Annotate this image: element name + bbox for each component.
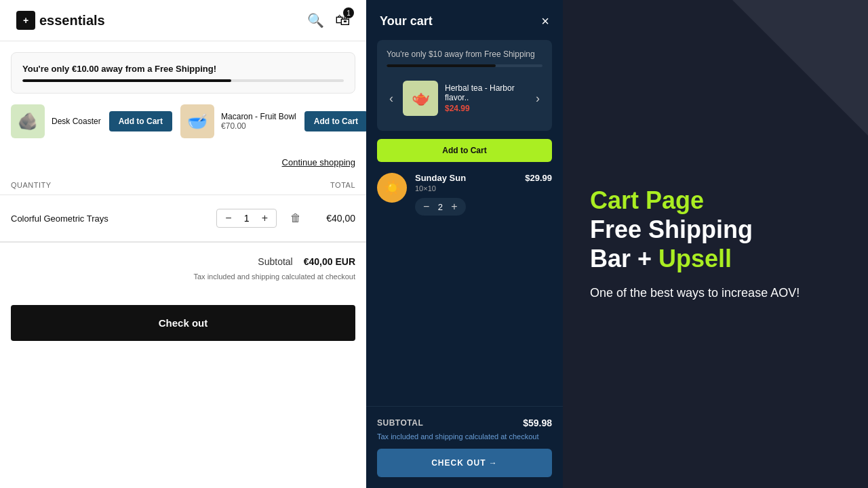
add-to-cart-button-1[interactable]: Add to Cart — [109, 111, 172, 131]
cart-table-header: QUANTITY TOTAL — [0, 176, 366, 195]
drawer-qty-plus[interactable]: + — [451, 201, 457, 213]
store-item-total: €40,00 — [315, 213, 355, 224]
drawer-item-price: $29.99 — [525, 173, 552, 183]
drawer-item-name: Sunday Sun — [415, 173, 517, 183]
drawer-subtotal-label: SUBTOTAL — [377, 418, 423, 428]
store-delete-btn[interactable]: 🗑 — [290, 212, 301, 224]
drawer-item-img: ☀️ — [377, 173, 407, 203]
add-to-cart-button-2[interactable]: Add to Cart — [304, 111, 366, 131]
store-qty-plus[interactable]: + — [259, 212, 271, 224]
promo-line1: Cart Page — [590, 186, 841, 215]
logo-area: + essentials — [16, 11, 105, 30]
drawer-progress-fill — [387, 64, 496, 67]
store-qty-control: − 1 + — [216, 209, 277, 228]
store-subtotal-label: Subtotal — [258, 256, 292, 267]
store-shipping-banner: You're only €10.00 away from a Free Ship… — [11, 52, 355, 94]
continue-shopping-link[interactable]: Continue shopping — [0, 149, 366, 176]
logo-icon: + — [16, 11, 35, 30]
store-header: + essentials 🔍 🛍 1 — [0, 0, 366, 41]
drawer-upsell-prev[interactable]: ‹ — [387, 92, 396, 106]
promo-line3-prefix: Bar + — [590, 245, 658, 272]
upsell-img-2: 🥣 — [180, 104, 214, 138]
promo-line2: Free Shipping — [590, 215, 841, 244]
store-tax-note: Tax included and shipping calculated at … — [11, 272, 355, 281]
drawer-upsell-next[interactable]: › — [533, 92, 542, 106]
store-progress-fill — [22, 79, 231, 82]
drawer-title: Your cart — [380, 14, 433, 28]
upsell-info-2: Macaron - Fruit Bowl €70.00 — [221, 112, 296, 131]
header-icons: 🔍 🛍 1 — [307, 12, 350, 29]
store-checkout-button[interactable]: Check out — [11, 305, 355, 341]
upsell-item-1: 🪨 Desk Coaster — [11, 104, 101, 138]
promo-sub: One of the best ways to increase AOV! — [590, 284, 821, 302]
store-subtotal-row: Subtotal €40,00 EUR — [11, 256, 355, 267]
drawer-shipping-text: You're only $10 away from Free Shipping — [387, 49, 542, 59]
upsell-info-1: Desk Coaster — [52, 117, 101, 126]
drawer-add-to-cart-button[interactable]: Add to Cart — [377, 139, 552, 162]
quantity-header: QUANTITY — [11, 181, 52, 189]
store-progress-bg — [22, 79, 344, 82]
drawer-footer: SUBTOTAL $59.98 Tax included and shippin… — [366, 406, 563, 488]
drawer-upsell: ‹ 🫖 Herbal tea - Harbor flavor.. $24.99 … — [387, 75, 542, 121]
promo-panel: Cart Page Free Shipping Bar + Upsell One… — [563, 0, 868, 488]
cart-icon-wrapper[interactable]: 🛍 1 — [335, 12, 350, 29]
drawer-shipping-bar: You're only $10 away from Free Shipping … — [377, 40, 552, 131]
store-subtotal-amount: €40,00 EUR — [304, 256, 355, 267]
drawer-tax-note: Tax included and shipping calculated at … — [377, 432, 552, 441]
logo-text: essentials — [39, 13, 105, 28]
promo-line3-highlight: Upsell — [658, 245, 732, 272]
upsell-price-2: €70.00 — [221, 121, 296, 131]
drawer-subtotal-amount: $59.98 — [523, 418, 552, 428]
drawer-header: Your cart × — [366, 0, 563, 40]
drawer-qty-control: − 2 + — [415, 198, 466, 216]
cart-drawer: Your cart × You're only $10 away from Fr… — [366, 0, 563, 488]
store-qty-minus[interactable]: − — [222, 212, 234, 224]
cart-badge: 1 — [343, 7, 354, 18]
drawer-subtotal-row: SUBTOTAL $59.98 — [377, 418, 552, 428]
drawer-item-variant: 10×10 — [415, 184, 517, 192]
drawer-item-info: Sunday Sun 10×10 − 2 + — [415, 173, 517, 216]
store-cart-item-row: Colorful Geometric Trays − 1 + 🗑 €40,00 — [0, 195, 366, 242]
drawer-qty-value: 2 — [435, 202, 446, 212]
upsell-name-2: Macaron - Fruit Bowl — [221, 112, 296, 121]
promo-headline: Cart Page Free Shipping Bar + Upsell — [590, 186, 841, 274]
drawer-qty-minus[interactable]: − — [423, 201, 429, 213]
promo-line3: Bar + Upsell — [590, 244, 841, 273]
store-subtotal-section: Subtotal €40,00 EUR Tax included and shi… — [0, 242, 366, 294]
total-header: TOTAL — [330, 181, 355, 189]
store-qty-value: 1 — [240, 213, 254, 224]
drawer-upsell-info: Herbal tea - Harbor flavor.. $24.99 — [445, 83, 526, 113]
upsell-img-1: 🪨 — [11, 104, 45, 138]
search-icon[interactable]: 🔍 — [307, 12, 324, 28]
store-panel: + essentials 🔍 🛍 1 You're only €10.00 aw… — [0, 0, 366, 488]
store-cart-item-name: Colorful Geometric Trays — [11, 214, 208, 224]
upsell-name-1: Desk Coaster — [52, 117, 101, 126]
store-upsell-row: 🪨 Desk Coaster Add to Cart 🥣 Macaron - F… — [0, 94, 366, 149]
upsell-item-2: 🥣 Macaron - Fruit Bowl €70.00 — [180, 104, 296, 138]
drawer-close-button[interactable]: × — [541, 14, 549, 29]
drawer-upsell-name: Herbal tea - Harbor flavor.. — [445, 83, 526, 102]
drawer-cart-item: ☀️ Sunday Sun 10×10 − 2 + $29.99 — [366, 162, 563, 226]
store-shipping-text: You're only €10.00 away from a Free Ship… — [22, 64, 344, 74]
drawer-checkout-button[interactable]: CHECK OUT → — [377, 449, 552, 477]
drawer-progress-bg — [387, 64, 542, 67]
drawer-upsell-price: $24.99 — [445, 104, 526, 113]
drawer-upsell-img: 🫖 — [403, 81, 438, 116]
